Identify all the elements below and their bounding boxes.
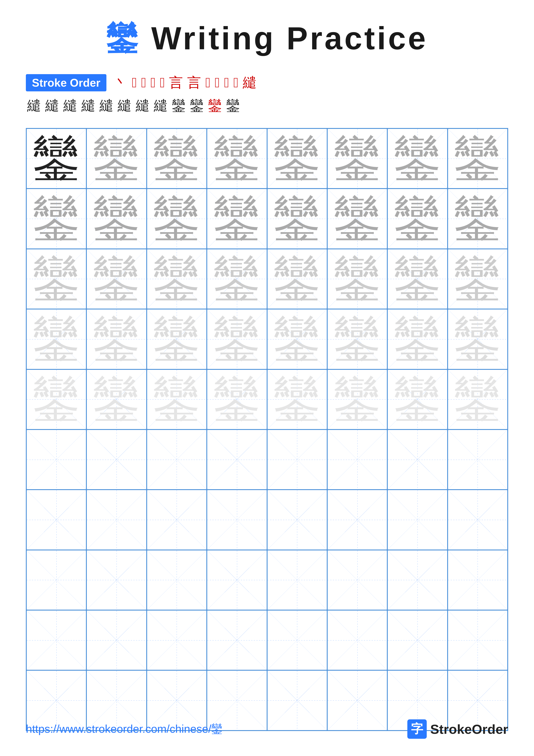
grid-cell-r2c8[interactable]: 鑾 (447, 189, 508, 249)
grid-cell-r4c3[interactable]: 鑾 (147, 309, 207, 369)
grid-cell-r2c6[interactable]: 鑾 (327, 189, 387, 249)
grid-cell-r7c7[interactable] (387, 490, 447, 550)
practice-char-faint: 鑾 (33, 255, 80, 303)
grid-cell-r2c4[interactable]: 鑾 (207, 189, 267, 249)
grid-cell-r6c3[interactable] (147, 429, 207, 490)
practice-char-faintest: 鑾 (454, 376, 501, 423)
grid-cell-r6c4[interactable] (207, 429, 267, 490)
grid-cell-r1c7[interactable]: 鑾 (387, 128, 447, 189)
grid-cell-r3c4[interactable]: 鑾 (207, 249, 267, 309)
grid-cell-r9c7[interactable] (387, 610, 447, 670)
grid-cell-r7c1[interactable] (26, 490, 87, 550)
grid-cell-r8c3[interactable] (147, 550, 207, 610)
stroke-4: 𠃉 (151, 75, 156, 91)
grid-cell-r3c7[interactable]: 鑾 (387, 249, 447, 309)
grid-cell-r8c6[interactable] (327, 550, 387, 610)
grid-cell-r8c2[interactable] (87, 550, 146, 610)
grid-cell-r4c4[interactable]: 鑾 (207, 309, 267, 369)
grid-cell-r4c6[interactable]: 鑾 (327, 309, 387, 369)
practice-char-guide: 鑾 (273, 195, 321, 242)
stroke-15: 繾 (63, 96, 77, 115)
stroke-20: 繾 (154, 96, 167, 115)
stroke-3: 𠃊 (141, 75, 146, 91)
grid-cell-r5c7[interactable]: 鑾 (387, 369, 447, 429)
practice-char-faint: 鑾 (454, 315, 501, 363)
grid-cell-r8c7[interactable] (387, 550, 447, 610)
grid-cell-r7c6[interactable] (327, 490, 387, 550)
grid-cell-r1c3[interactable]: 鑾 (147, 128, 207, 189)
grid-cell-r3c3[interactable]: 鑾 (147, 249, 207, 309)
stroke-23: 鑾 (208, 96, 222, 115)
grid-cell-r1c6[interactable]: 鑾 (327, 128, 387, 189)
practice-char-faint: 鑾 (93, 315, 140, 363)
grid-cell-r1c5[interactable]: 鑾 (267, 128, 327, 189)
stroke-21: 鑾 (172, 96, 186, 115)
grid-cell-r9c4[interactable] (207, 610, 267, 670)
page: 鑾 Writing Practice Stroke Order 丶 𠃋 𠃊 𠃉 … (0, 0, 534, 756)
grid-cell-r1c4[interactable]: 鑾 (207, 128, 267, 189)
grid-cell-r9c3[interactable] (147, 610, 207, 670)
grid-cell-r5c4[interactable]: 鑾 (207, 369, 267, 429)
grid-cell-r1c2[interactable]: 鑾 (87, 128, 146, 189)
grid-cell-r2c2[interactable]: 鑾 (87, 189, 146, 249)
practice-char-faint: 鑾 (334, 315, 381, 363)
grid-cell-r4c5[interactable]: 鑾 (267, 309, 327, 369)
grid-cell-r5c2[interactable]: 鑾 (87, 369, 146, 429)
grid-cell-r6c1[interactable] (26, 429, 87, 490)
grid-cell-r5c5[interactable]: 鑾 (267, 369, 327, 429)
practice-char-faint: 鑾 (213, 315, 261, 363)
grid-cell-r3c5[interactable]: 鑾 (267, 249, 327, 309)
grid-cell-r3c1[interactable]: 鑾 (26, 249, 87, 309)
grid-cell-r2c5[interactable]: 鑾 (267, 189, 327, 249)
grid-cell-r5c6[interactable]: 鑾 (327, 369, 387, 429)
practice-char-faintest: 鑾 (273, 376, 321, 423)
practice-char-guide: 鑾 (273, 135, 321, 182)
practice-char-guide: 鑾 (454, 195, 501, 242)
grid-cell-r6c6[interactable] (327, 429, 387, 490)
grid-cell-r4c1[interactable]: 鑾 (26, 309, 87, 369)
grid-cell-r6c5[interactable] (267, 429, 327, 490)
grid-cell-r4c8[interactable]: 鑾 (447, 309, 508, 369)
footer-url[interactable]: https://www.strokeorder.com/chinese/鑾 (26, 721, 222, 737)
practice-char-guide: 鑾 (394, 135, 441, 182)
logo-text: StrokeOrder (430, 721, 508, 737)
grid-cell-r9c6[interactable] (327, 610, 387, 670)
grid-cell-r8c5[interactable] (267, 550, 327, 610)
stroke-9: 𫩣 (215, 75, 220, 91)
grid-cell-r7c5[interactable] (267, 490, 327, 550)
practice-char-guide: 鑾 (93, 135, 140, 182)
grid-cell-r2c1[interactable]: 鑾 (26, 189, 87, 249)
grid-cell-r5c3[interactable]: 鑾 (147, 369, 207, 429)
grid-cell-r8c8[interactable] (447, 550, 508, 610)
grid-cell-r6c8[interactable] (447, 429, 508, 490)
grid-cell-r5c1[interactable]: 鑾 (26, 369, 87, 429)
title-text: Writing Practice (151, 20, 428, 56)
grid-cell-r9c5[interactable] (267, 610, 327, 670)
grid-cell-r9c2[interactable] (87, 610, 146, 670)
stroke-8: 𫩢 (205, 75, 210, 91)
grid-cell-r7c3[interactable] (147, 490, 207, 550)
grid-cell-r3c2[interactable]: 鑾 (87, 249, 146, 309)
grid-cell-r1c1[interactable]: 鑾 (26, 128, 87, 189)
grid-cell-r1c8[interactable]: 鑾 (447, 128, 508, 189)
grid-cell-r7c2[interactable] (87, 490, 146, 550)
stroke-22: 鑾 (190, 96, 204, 115)
grid-cell-r2c7[interactable]: 鑾 (387, 189, 447, 249)
grid-cell-r3c8[interactable]: 鑾 (447, 249, 508, 309)
grid-cell-r5c8[interactable]: 鑾 (447, 369, 508, 429)
grid-cell-r4c2[interactable]: 鑾 (87, 309, 146, 369)
grid-cell-r7c8[interactable] (447, 490, 508, 550)
grid-cell-r9c8[interactable] (447, 610, 508, 670)
practice-char-main: 鑾 (33, 135, 80, 182)
grid-cell-r8c1[interactable] (26, 550, 87, 610)
grid-cell-r6c2[interactable] (87, 429, 146, 490)
grid-cell-r8c4[interactable] (207, 550, 267, 610)
grid-cell-r6c7[interactable] (387, 429, 447, 490)
grid-cell-r7c4[interactable] (207, 490, 267, 550)
grid-cell-r9c1[interactable] (26, 610, 87, 670)
grid-cell-r2c3[interactable]: 鑾 (147, 189, 207, 249)
practice-char-faint: 鑾 (273, 315, 321, 363)
stroke-16: 繾 (81, 96, 95, 115)
grid-cell-r3c6[interactable]: 鑾 (327, 249, 387, 309)
grid-cell-r4c7[interactable]: 鑾 (387, 309, 447, 369)
